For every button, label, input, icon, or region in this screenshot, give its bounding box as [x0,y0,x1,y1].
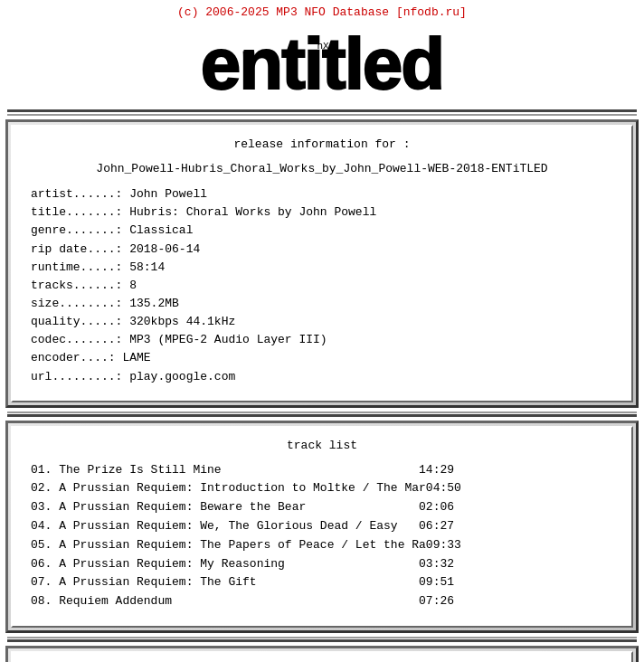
release-name: John_Powell-Hubris_Choral_Works_by_John_… [31,160,613,178]
divider-6 [7,639,637,642]
copyright-text: (c) 2006-2025 MP3 NFO Database [nfodb.ru… [177,5,467,19]
divider-3 [7,411,637,413]
info-title: title.......: Hubris: Choral Works by Jo… [31,203,613,222]
info-codec: codec.......: MP3 (MPEG-2 Audio Layer II… [31,331,613,349]
tracklist-tracks: 01. The Prize Is Still Mine 14:2902. A P… [31,461,613,611]
tracklist-title: track list [31,439,613,452]
divider-2 [7,114,637,116]
info-quality: quality.....: 320kbps 44.1kHz [31,313,613,331]
divider-5 [7,637,637,638]
track-item: 01. The Prize Is Still Mine 14:29 [31,461,613,480]
logo-text: entitled [201,24,443,104]
tracklist-inner: track list 01. The Prize Is Still Mine 1… [11,426,633,628]
divider-4 [7,414,637,417]
logo-area: entitled hX! [0,21,644,108]
track-item: 07. A Prussian Requiem: The Gift 09:51 [31,573,613,592]
info-artist: artist......: John Powell [31,185,613,203]
info-url: url.........: play.google.com [31,368,613,386]
info-runtime: runtime.....: 58:14 [31,259,613,277]
divider-1 [7,109,637,112]
release-info-inner: release information for : John_Powell-Hu… [11,125,633,402]
copyright-bar: (c) 2006-2025 MP3 NFO Database [nfodb.ru… [0,0,644,21]
hx-badge: hX! [317,41,335,52]
track-item: 03. A Prussian Requiem: Beware the Bear … [31,498,613,517]
info-size: size........: 135.2MB [31,295,613,313]
release-info-title: release information for : [31,137,613,151]
track-item: 06. A Prussian Requiem: My Reasoning 03:… [31,555,613,574]
release-info-panel: release information for : John_Powell-Hu… [5,119,639,408]
info-tracks: tracks......: 8 [31,277,613,295]
track-item: 05. A Prussian Requiem: The Papers of Pe… [31,536,613,555]
greetings-panel: greetings Shout out to all of those who … [5,646,639,662]
greetings-inner: greetings Shout out to all of those who … [11,651,633,662]
info-genre: genre.......: Classical [31,222,613,240]
track-item: 08. Requiem Addendum 07:26 [31,592,613,611]
info-encoder: encoder....: LAME [31,349,613,367]
tracklist-panel: track list 01. The Prize Is Still Mine 1… [5,421,639,633]
info-ripdate: rip date....: 2018-06-14 [31,241,613,259]
track-item: 02. A Prussian Requiem: Introduction to … [31,479,613,498]
track-item: 04. A Prussian Requiem: We, The Glorious… [31,517,613,536]
